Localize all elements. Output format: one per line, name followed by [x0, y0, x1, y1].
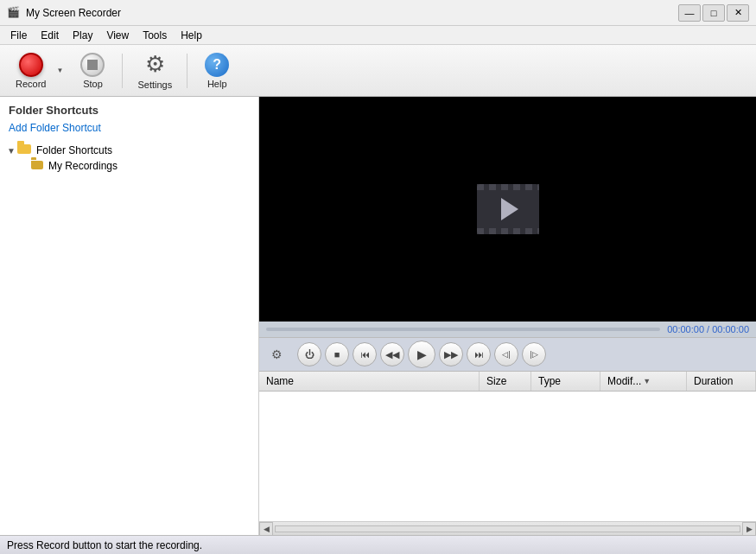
app-title: My Screen Recorder — [26, 7, 678, 19]
record-icon — [19, 53, 43, 77]
help-button[interactable]: ? Help — [194, 48, 239, 93]
film-strip-top — [477, 184, 539, 190]
play-triangle-icon — [501, 198, 518, 220]
title-bar: 🎬 My Screen Recorder — □ ✕ — [0, 0, 756, 26]
folder-body — [17, 144, 31, 154]
right-panel: 00:00:00 / 00:00:00 ⚙ ⏻ ■ ⏮ ◀◀ ▶ ▶▶ ⏭ ◁|… — [259, 97, 756, 535]
film-strip-bottom — [477, 228, 539, 234]
status-bar: Press Record button to start the recordi… — [0, 535, 756, 554]
col-header-size[interactable]: Size — [480, 372, 531, 391]
menu-play[interactable]: Play — [66, 28, 99, 43]
record-dropdown-button[interactable]: ▼ — [54, 48, 66, 93]
record-button-group: Record ▼ — [7, 48, 67, 93]
close-button[interactable]: ✕ — [727, 4, 749, 22]
ctrl-next-track-button[interactable]: ⏭ — [467, 342, 491, 366]
stop-icon — [80, 53, 105, 77]
film-icon — [477, 184, 539, 234]
menu-bar: File Edit Play View Tools Help — [0, 26, 756, 45]
settings-button[interactable]: ⚙ Settings — [130, 48, 180, 93]
menu-view[interactable]: View — [99, 28, 136, 43]
file-list-header: Name Size Type Modif... ▼ Duration — [259, 372, 756, 392]
horizontal-scrollbar: ◀ ▶ — [259, 521, 756, 535]
scroll-left-button[interactable]: ◀ — [259, 522, 273, 536]
menu-tools[interactable]: Tools — [136, 28, 174, 43]
ctrl-stop-button[interactable]: ■ — [325, 342, 349, 366]
folder-shortcuts-title: Folder Shortcuts — [0, 97, 258, 120]
window-controls: — □ ✕ — [678, 4, 749, 22]
ctrl-settings-icon[interactable]: ⚙ — [266, 344, 287, 365]
video-preview — [259, 97, 756, 322]
maximize-button[interactable]: □ — [702, 4, 725, 22]
ctrl-prev-frame-button[interactable]: ◁| — [494, 342, 518, 366]
sort-icon: ▼ — [643, 377, 651, 385]
tree-child-label: My Recordings — [48, 160, 118, 172]
menu-help[interactable]: Help — [174, 28, 209, 43]
gear-icon: ⚙ — [145, 51, 165, 78]
menu-edit[interactable]: Edit — [34, 28, 66, 43]
video-play-container — [477, 184, 539, 234]
ctrl-play-button[interactable]: ▶ — [408, 341, 435, 368]
tree-expand-arrow[interactable]: ▼ — [7, 146, 17, 156]
left-panel: Folder Shortcuts Add Folder Shortcut ▼ F… — [0, 97, 259, 535]
add-folder-shortcut-link[interactable]: Add Folder Shortcut — [0, 120, 258, 139]
record-button[interactable]: Record — [8, 48, 54, 93]
main-layout: Folder Shortcuts Add Folder Shortcut ▼ F… — [0, 97, 756, 535]
dropdown-arrow-icon: ▼ — [57, 67, 64, 74]
folder-tree: ▼ Folder Shortcuts ▶ My Recordings — [0, 139, 258, 535]
folder-small-top — [31, 157, 36, 160]
tree-root-item[interactable]: ▼ Folder Shortcuts — [0, 143, 258, 158]
col-header-modified[interactable]: Modif... ▼ — [600, 372, 687, 391]
stop-label: Stop — [83, 79, 103, 89]
tree-child-item[interactable]: ▶ My Recordings — [0, 158, 258, 174]
ctrl-rewind-button[interactable]: ◀◀ — [380, 342, 404, 366]
menu-file[interactable]: File — [3, 28, 34, 43]
time-display: 00:00:00 / 00:00:00 — [667, 324, 749, 334]
file-list-area: Name Size Type Modif... ▼ Duration — [259, 372, 756, 521]
col-header-type[interactable]: Type — [531, 372, 600, 391]
help-icon: ? — [205, 53, 229, 77]
ctrl-fast-forward-button[interactable]: ▶▶ — [439, 342, 463, 366]
help-label: Help — [207, 79, 227, 89]
col-header-duration[interactable]: Duration — [687, 372, 756, 391]
ctrl-prev-track-button[interactable]: ⏮ — [353, 342, 377, 366]
record-label: Record — [16, 79, 46, 89]
video-bg — [477, 184, 539, 234]
status-text: Press Record button to start the recordi… — [7, 539, 202, 551]
toolbar-separator-2 — [187, 54, 187, 88]
controls-area: ⚙ ⏻ ■ ⏮ ◀◀ ▶ ▶▶ ⏭ ◁| |▷ — [259, 337, 756, 372]
col-header-name[interactable]: Name — [259, 372, 480, 391]
folder-small-icon — [31, 161, 45, 171]
ctrl-power-button[interactable]: ⏻ — [297, 342, 321, 366]
scroll-right-button[interactable]: ▶ — [742, 522, 756, 536]
seekbar-track[interactable] — [266, 328, 660, 331]
app-icon: 🎬 — [7, 6, 21, 20]
stop-square — [87, 60, 98, 70]
folder-small-body — [31, 161, 43, 169]
minimize-button[interactable]: — — [678, 4, 701, 22]
toolbar: Record ▼ Stop ⚙ Settings ? Help — [0, 45, 756, 97]
tree-root-label: Folder Shortcuts — [36, 144, 112, 156]
seekbar-area: 00:00:00 / 00:00:00 — [259, 322, 756, 337]
folder-icon — [17, 144, 33, 156]
file-list-body — [259, 392, 756, 478]
scroll-track[interactable] — [275, 525, 740, 532]
settings-label: Settings — [137, 80, 172, 90]
toolbar-separator-1 — [122, 54, 123, 88]
stop-button[interactable]: Stop — [70, 48, 115, 93]
ctrl-next-frame-button[interactable]: |▷ — [522, 342, 546, 366]
